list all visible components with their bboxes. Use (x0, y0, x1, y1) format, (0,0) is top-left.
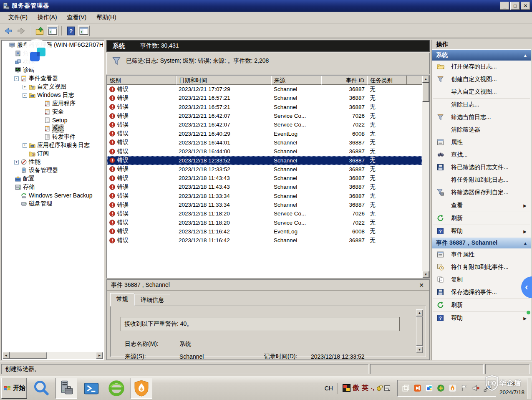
column-header-event-id[interactable]: 事件 ID (321, 76, 367, 85)
tree-item[interactable]: 存储 (3, 183, 103, 191)
tree-item-label[interactable]: 功能 (23, 58, 35, 66)
tree-item-label[interactable]: 配置 (23, 175, 35, 182)
tree-item-label[interactable]: 安全 (52, 108, 64, 116)
tree-item-label[interactable]: Setup (52, 117, 68, 124)
action-item[interactable]: 查找... (432, 149, 531, 161)
action-item[interactable]: 创建自定义视图... (432, 73, 531, 86)
tree-item-label[interactable]: 应用程序和服务日志 (37, 142, 90, 149)
tree-item[interactable]: 角色 (3, 49, 103, 58)
action-item[interactable]: 刷新 (432, 299, 531, 311)
tree-item-label[interactable]: 订阅 (37, 150, 49, 157)
tree-item[interactable]: 配置 (3, 175, 103, 183)
column-header-task[interactable]: 任务类别 (367, 76, 407, 85)
tree-item[interactable]: -事件查看器 (3, 74, 103, 83)
scrollbar-thumb[interactable] (422, 83, 429, 102)
scrollbar-thumb[interactable] (416, 316, 423, 346)
action-item[interactable]: ?帮助▶ (432, 225, 531, 238)
scrollbar-track[interactable] (47, 352, 96, 359)
column-header-datetime[interactable]: 日期和时间 (176, 76, 271, 85)
column-header-source[interactable]: 来源 (271, 76, 321, 85)
ime-input-style-icon[interactable] (343, 384, 350, 392)
powershell-taskbar-button[interactable] (81, 378, 102, 399)
tree-item-label[interactable]: Windows 日志 (37, 91, 74, 99)
forward-button[interactable] (15, 25, 27, 36)
column-header-level[interactable]: 级别 (107, 76, 176, 85)
tree-item-label[interactable]: 转发事件 (52, 133, 76, 141)
tree-item-label[interactable]: 自定义视图 (37, 83, 66, 91)
tree-item-label[interactable]: 角色 (23, 50, 35, 57)
start-button[interactable]: 开始 (1, 378, 27, 399)
maximize-button[interactable]: □ (510, 2, 520, 10)
tree-item[interactable]: +性能 (3, 158, 103, 166)
tree-item[interactable]: 诊断 (3, 66, 103, 74)
menu-item[interactable]: 操作(A) (33, 13, 62, 23)
language-indicator[interactable]: CH (325, 383, 338, 394)
volume-muted-tray-icon[interactable] (472, 384, 480, 392)
event-row[interactable]: 错误2023/12/18 12:33:52Schannel36887无 (107, 156, 422, 165)
action-item[interactable]: 事件属性 (432, 248, 531, 261)
event-row[interactable]: 错误2023/12/18 16:44:01Schannel36887无 (107, 138, 422, 147)
tree-expander-minus[interactable]: - (23, 93, 27, 98)
tree-item[interactable]: 安全 (3, 108, 103, 116)
browser-taskbar-button[interactable] (106, 378, 127, 399)
event-row[interactable]: 错误2023/12/21 16:57:21Schannel36887无 (107, 94, 422, 102)
detail-vertical-scrollbar[interactable]: ▲ ▼ (416, 309, 423, 353)
scrollbar-thumb[interactable] (10, 352, 47, 359)
event-row[interactable]: 错误2023/12/18 11:43:43Schannel36887无 (107, 182, 422, 191)
action-item[interactable]: 将任务附加到此日志... (432, 174, 531, 186)
tree-item[interactable]: Windows Server Backup (3, 191, 103, 200)
action-section-header[interactable]: 系统▲ (432, 50, 531, 61)
scroll-down-button[interactable]: ▼ (422, 271, 429, 278)
scroll-left-button[interactable]: ◄ (3, 352, 10, 359)
tree-expander-plus[interactable]: + (23, 143, 27, 148)
menu-item[interactable]: 文件(F) (3, 13, 33, 23)
network-tray-icon[interactable] (484, 384, 492, 392)
action-item[interactable]: 刷新 (432, 212, 531, 225)
update-tray-icon[interactable] (437, 384, 445, 392)
action-item[interactable]: 筛选当前日志... (432, 111, 531, 124)
tree-item-label[interactable]: 应用程序 (52, 100, 76, 107)
event-row[interactable]: 错误2023/12/18 11:18:20Service Co...7026无 (107, 209, 422, 218)
action-item[interactable]: 将任务附加到此事件... (432, 261, 531, 273)
menu-item[interactable]: 帮助(H) (91, 13, 121, 23)
scroll-right-button[interactable]: ► (96, 352, 103, 359)
show-desktop-button[interactable] (527, 378, 531, 399)
action-item[interactable]: 属性 (432, 136, 531, 149)
event-row[interactable]: 错误2023/12/18 11:33:34Schannel36887无 (107, 192, 422, 200)
tree-item-label[interactable]: 设备管理器 (29, 167, 58, 174)
collapse-arrow-icon[interactable]: ▲ (523, 241, 527, 246)
tree-item[interactable]: 转发事件 (3, 133, 103, 141)
help-button[interactable]: ? (65, 25, 77, 36)
tree-item-label[interactable]: 事件查看器 (29, 75, 58, 82)
ime-band-glyph[interactable]: 傲 (353, 384, 359, 392)
tree-expander-plus[interactable]: + (23, 85, 27, 89)
action-item[interactable]: 复制 (432, 273, 531, 286)
action-item[interactable]: 查看▶ (432, 199, 531, 212)
tree-item[interactable]: 设备管理器 (3, 166, 103, 175)
scroll-up-button[interactable]: ▲ (422, 76, 429, 83)
event-row[interactable]: 错误2023/12/18 11:16:42Schannel36887无 (107, 236, 422, 245)
tree-item[interactable]: 服务器管理器 (WIN-MF6G2R07HEB) (3, 41, 103, 49)
action-section-header[interactable]: 事件 36887，Schannel▲ (432, 238, 531, 248)
export-button[interactable] (34, 25, 45, 36)
tree-item[interactable]: -Windows 日志 (3, 91, 103, 99)
console-panel-button[interactable] (47, 25, 58, 36)
tree-item-label[interactable]: Windows Server Backup (29, 192, 93, 199)
tree-item[interactable]: 功能 (3, 58, 103, 66)
security-taskbar-button[interactable] (131, 378, 152, 399)
ime-mode-toggle[interactable]: 英 (362, 384, 368, 392)
tree-item[interactable]: Setup (3, 116, 103, 124)
event-row[interactable]: 错误2023/12/21 16:42:07Service Co...7026无 (107, 111, 422, 120)
scroll-down-button[interactable]: ▼ (416, 346, 423, 353)
action-item[interactable]: 导入自定义视图... (432, 86, 531, 98)
show-panel-button[interactable] (78, 25, 90, 36)
flame-tray-icon[interactable] (449, 384, 456, 392)
tree-item[interactable]: 系统 (3, 124, 103, 133)
close-detail-icon[interactable]: ✕ (418, 282, 425, 289)
server-manager-taskbar-button[interactable] (55, 378, 77, 399)
event-row[interactable]: 错误2023/12/21 16:57:21Schannel36887无 (107, 103, 422, 111)
action-item[interactable]: 清除筛选器 (432, 124, 531, 136)
tree-item-label[interactable]: 服务器管理器 (WIN-MF6G2R07HEB) (17, 41, 103, 49)
event-row[interactable]: 错误2023/12/18 11:43:43Schannel36887无 (107, 174, 422, 182)
tree-item-label[interactable]: 性能 (29, 158, 40, 166)
